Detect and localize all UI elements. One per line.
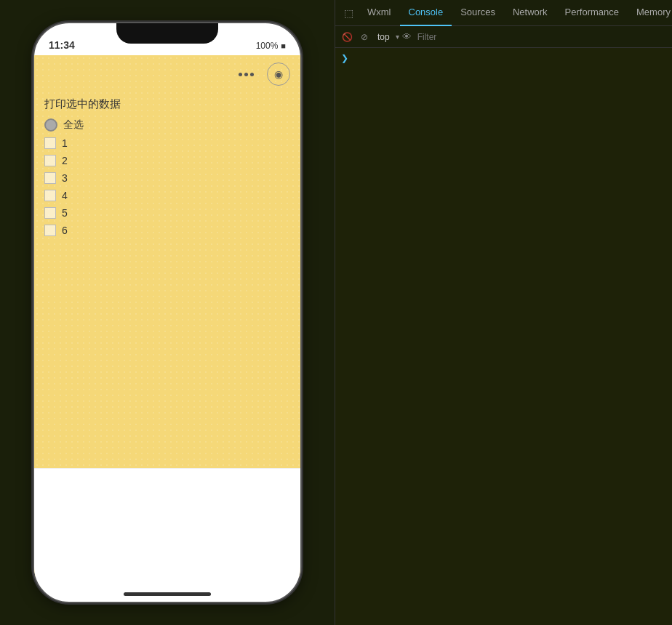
devtools-cursor-icon[interactable]: ⬚: [338, 0, 359, 26]
list-item[interactable]: 6: [44, 223, 290, 238]
phone-content-area: ◉ 打印选中的数据 全选 1 2: [34, 55, 300, 577]
devtools-panel: ⬚ Wxml Console Sources Network Performan…: [335, 0, 672, 625]
checkbox-3[interactable]: [44, 172, 56, 184]
eye-icon[interactable]: 👁: [402, 31, 412, 42]
console-toolbar: 🚫 ⊘ top ▾ 👁: [335, 26, 672, 48]
list-item[interactable]: 2: [44, 153, 290, 168]
select-all-label: 全选: [63, 118, 84, 132]
phone-frame: 11:34 100% ■ ◉ 打印选中的数据: [33, 22, 302, 603]
home-indicator: [124, 592, 211, 596]
filter-icon[interactable]: ⊘: [357, 30, 372, 44]
list-item[interactable]: 4: [44, 188, 290, 203]
item-label-4: 4: [62, 190, 68, 201]
phone-bottom-area: [34, 468, 300, 577]
item-label-3: 3: [62, 172, 68, 184]
tab-sources[interactable]: Sources: [452, 0, 504, 26]
tab-wxml[interactable]: Wxml: [359, 0, 400, 26]
checkbox-2[interactable]: [44, 155, 56, 166]
checkbox-4[interactable]: [44, 190, 56, 201]
page-title: 打印选中的数据: [44, 97, 290, 111]
dot-1: [239, 73, 242, 76]
list-item[interactable]: 1: [44, 136, 290, 150]
toolbar-dots[interactable]: [233, 62, 260, 86]
console-output: ❯: [335, 48, 672, 625]
item-label-1: 1: [62, 137, 68, 149]
tab-network[interactable]: Network: [504, 0, 556, 26]
target-button[interactable]: ◉: [267, 62, 290, 86]
console-arrow[interactable]: ❯: [341, 53, 348, 63]
phone-toolbar: ◉: [34, 55, 300, 90]
tab-performance[interactable]: Performance: [556, 0, 628, 26]
status-right: 100% ■: [256, 41, 286, 51]
dot-3: [250, 73, 254, 76]
battery-percent: 100%: [256, 41, 279, 51]
clear-console-icon[interactable]: 🚫: [340, 30, 354, 44]
select-all-row[interactable]: 全选: [44, 118, 290, 132]
target-icon: ◉: [274, 68, 283, 80]
select-all-radio[interactable]: [44, 118, 57, 132]
context-selector[interactable]: top: [375, 32, 393, 42]
item-label-6: 6: [62, 225, 68, 236]
list-item[interactable]: 3: [44, 171, 290, 185]
status-time: 11:34: [49, 39, 75, 51]
item-label-2: 2: [62, 155, 68, 166]
checkbox-5[interactable]: [44, 207, 56, 219]
list-item[interactable]: 5: [44, 206, 290, 220]
checkbox-1[interactable]: [44, 137, 56, 149]
devtools-tabbar: ⬚ Wxml Console Sources Network Performan…: [335, 0, 672, 26]
dot-2: [244, 73, 248, 76]
phone-notch: [116, 23, 218, 44]
tab-memory[interactable]: Memory: [628, 0, 672, 26]
checkbox-6[interactable]: [44, 225, 56, 236]
phone-simulator-panel: 11:34 100% ■ ◉ 打印选中的数据: [0, 0, 335, 625]
tab-console[interactable]: Console: [400, 0, 452, 26]
console-filter-input[interactable]: [415, 32, 672, 42]
item-label-5: 5: [62, 207, 68, 219]
chevron-down-icon: ▾: [396, 33, 399, 41]
battery-icon: ■: [281, 41, 286, 50]
app-content: 打印选中的数据 全选 1 2 3: [34, 90, 300, 248]
